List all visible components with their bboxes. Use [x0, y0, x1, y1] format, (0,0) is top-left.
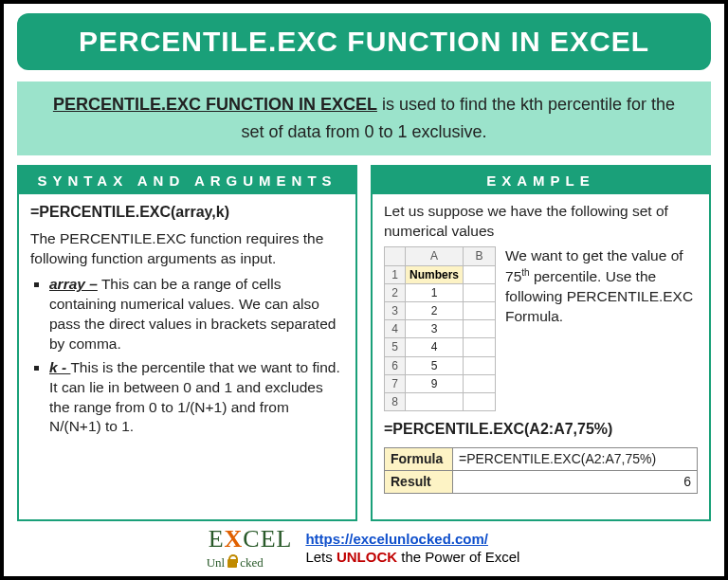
- intro-description: PERCENTILE.EXC FUNCTION IN EXCEL is used…: [17, 82, 711, 155]
- arg-name-k: k -: [49, 359, 70, 375]
- example-body: Let us suppose we have the following set…: [373, 194, 709, 503]
- example-want-text: We want to get the value of 75th percent…: [505, 246, 698, 327]
- syntax-body: =PERCENTILE.EXC(array,k) The PERCENTILE.…: [19, 194, 355, 451]
- result-label: Result: [385, 470, 453, 493]
- arg-desc-k: This is the percentile that we want to f…: [49, 359, 340, 435]
- example-row: AB 1Numbers 21 32 43 54 65 79 8 We want …: [384, 246, 698, 411]
- mini-spreadsheet: AB 1Numbers 21 32 43 54 65 79 8: [384, 246, 496, 411]
- sheet-cell: 2: [406, 302, 464, 320]
- sheet-cell: 9: [406, 374, 464, 392]
- logo-text: EXCEL: [209, 525, 293, 553]
- syntax-panel: SYNTAX AND ARGUMENTS =PERCENTILE.EXC(arr…: [17, 165, 357, 521]
- list-item: array – This can be a range of cells con…: [49, 275, 344, 354]
- logo-subtext: Unlcked: [207, 555, 264, 570]
- logo: EXCEL Unlcked: [209, 525, 293, 571]
- result-table: Formula =PERCENTILE.EXC(A2:A7,75%) Resul…: [384, 447, 698, 494]
- example-lead: Let us suppose we have the following set…: [384, 202, 698, 242]
- syntax-formula: =PERCENTILE.EXC(array,k): [30, 202, 344, 223]
- sheet-cell: 5: [406, 356, 464, 374]
- example-header: EXAMPLE: [373, 167, 709, 194]
- page-title: PERCENTILE.EXC FUNCTION IN EXCEL: [17, 13, 711, 70]
- sheet-col-header: Numbers: [406, 265, 464, 283]
- result-formula-label: Formula: [385, 447, 453, 470]
- syntax-lead: The PERCENTILE.EXC function requires the…: [30, 229, 344, 269]
- list-item: k - This is the percentile that we want …: [49, 358, 344, 438]
- sheet-cell: 4: [406, 338, 464, 356]
- result-value: 6: [453, 470, 698, 493]
- lock-icon: [226, 554, 239, 568]
- args-list: array – This can be a range of cells con…: [30, 275, 344, 437]
- intro-bold: PERCENTILE.EXC FUNCTION IN EXCEL: [53, 95, 377, 114]
- footer-text: https://excelunlocked.com/ Lets UNLOCK t…: [305, 530, 519, 567]
- result-formula-value: =PERCENTILE.EXC(A2:A7,75%): [453, 447, 698, 470]
- arg-name-array: array –: [49, 276, 98, 292]
- footer-link[interactable]: https://excelunlocked.com/: [305, 531, 488, 547]
- syntax-header: SYNTAX AND ARGUMENTS: [19, 167, 355, 194]
- content-columns: SYNTAX AND ARGUMENTS =PERCENTILE.EXC(arr…: [17, 165, 711, 521]
- example-formula: =PERCENTILE.EXC(A2:A7,75%): [384, 419, 698, 440]
- footer: EXCEL Unlcked https://excelunlocked.com/…: [17, 521, 711, 571]
- sheet-cell: 3: [406, 320, 464, 338]
- sheet-cell: 1: [406, 283, 464, 301]
- example-panel: EXAMPLE Let us suppose we have the follo…: [371, 165, 711, 521]
